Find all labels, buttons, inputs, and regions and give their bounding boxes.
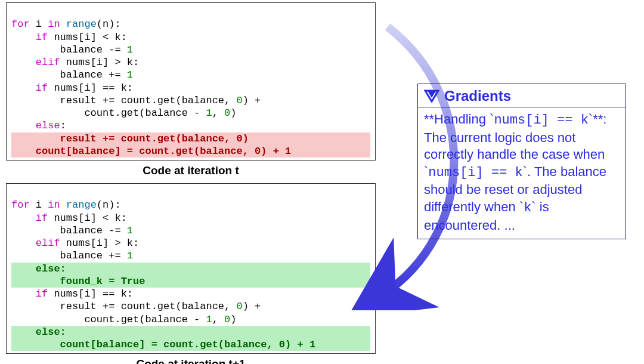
code-line: if nums[i] < k: [11,32,127,43]
code-line: else: [11,120,66,131]
code-line: result += count.get(balance, 0) + [11,301,261,312]
fn-range: range [60,18,97,30]
code-box-t: for i in range(n): if nums[i] < k: balan… [6,2,376,161]
code-line: if nums[i] == k: [11,82,133,94]
gradients-title: Gradients [444,88,511,104]
code-line: result += count.get(balance, 0) + [11,95,261,106]
code-line: elif nums[i] > k: [11,237,139,249]
code-line: balance += 1 [11,250,133,261]
added-line: found_k = True [11,275,370,288]
gradients-body: **Handling `nums[i] == k`**: The current… [418,107,626,239]
code-line: for i in range(n): [11,18,121,30]
gradients-header: Gradients [418,84,626,107]
kw-in: in [48,18,60,30]
code-line: if nums[i] < k: [11,212,127,224]
added-line: count[balance] = count.get(balance, 0) +… [11,338,370,351]
gradients-card: Gradients **Handling `nums[i] == k`**: T… [417,84,626,239]
code-line: elif nums[i] > k: [11,57,139,68]
kw-for: for [11,18,30,30]
gradient-logo-icon [424,90,439,103]
code-line: balance += 1 [11,69,133,81]
caption-t1: Code at iteration t+1 [6,357,376,364]
code-box-t1: for i in range(n): if nums[i] < k: balan… [6,183,376,354]
deleted-line: result += count.get(balance, 0) [11,132,370,145]
added-line: else: [11,263,370,275]
code-line: balance -= 1 [11,44,133,55]
code-line: balance -= 1 [11,225,133,236]
caption-t: Code at iteration t [6,164,376,177]
code-line: count.get(balance - 1, 0) [11,107,236,119]
code-line: for i in range(n): [11,199,121,211]
code-line: if nums[i] == k: [11,288,133,300]
left-column: for i in range(n): if nums[i] < k: balan… [6,2,376,364]
deleted-line: count[balance] = count.get(balance, 0) +… [11,145,370,158]
added-line: else: [11,326,370,338]
code-line: count.get(balance - 1, 0) [11,314,236,325]
